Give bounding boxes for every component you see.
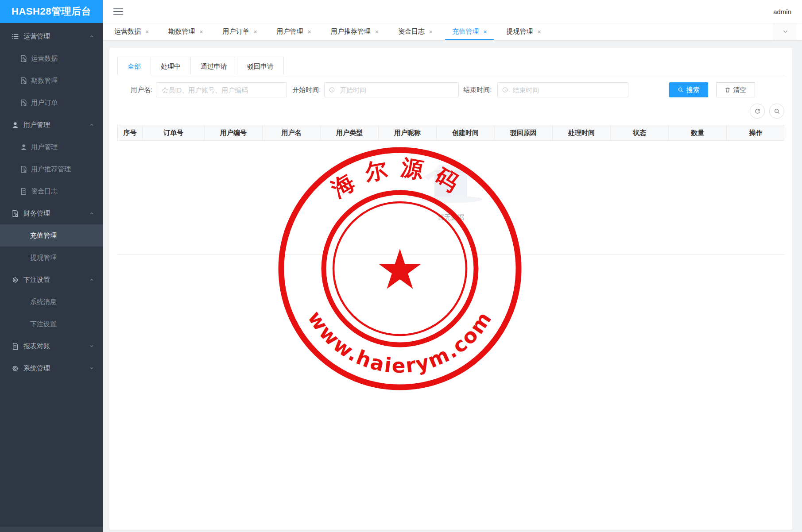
sidebar-item-0-1[interactable]: 期数管理: [0, 69, 103, 92]
sidebar-group-label: 报表对账: [23, 342, 89, 351]
start-time-input[interactable]: [324, 82, 459, 97]
refresh-icon: [754, 108, 761, 115]
tab-2[interactable]: 用户订单×: [213, 23, 267, 40]
chevron-down-icon: [89, 365, 95, 371]
tab-close-icon[interactable]: ×: [199, 29, 203, 35]
app-root: HASH28管理后台 运营管理运营数据期数管理用户订单用户管理用户管理用户推荐管…: [0, 0, 802, 532]
column-header-9: 状态: [611, 125, 669, 140]
sidebar-item-3-0[interactable]: 系统消息: [0, 291, 103, 313]
sidebar-item-1-1[interactable]: 用户推荐管理: [0, 158, 103, 180]
column-header-10: 数量: [669, 125, 727, 140]
sidebar-item-2-1[interactable]: 提现管理: [0, 247, 103, 269]
tab-6[interactable]: 充值管理×: [442, 23, 496, 40]
column-header-11: 操作: [727, 125, 785, 140]
sidebar-item-1-0[interactable]: 用户管理: [0, 136, 103, 158]
tab-label: 用户订单: [222, 27, 249, 36]
tab-close-icon[interactable]: ×: [308, 29, 311, 35]
column-header-5: 用户昵称: [379, 125, 437, 140]
start-time-field: [324, 82, 459, 97]
content-card: 全部处理中通过申请驳回申请 用户名: 开始时间: 结束时间:: [109, 48, 792, 530]
subtab-2[interactable]: 通过申请: [190, 57, 237, 75]
file-gear-icon: [20, 77, 27, 85]
tab-close-icon[interactable]: ×: [537, 29, 541, 35]
sidebar-item-3-1[interactable]: 下注设置: [0, 313, 103, 335]
sidebar-group-label: 用户管理: [23, 121, 89, 129]
content-area: 全部处理中通过申请驳回申请 用户名: 开始时间: 结束时间:: [103, 40, 802, 532]
tab-close-icon[interactable]: ×: [375, 29, 379, 35]
username-label: 用户名:: [131, 86, 152, 94]
sidebar-item-1-2[interactable]: 资金日志: [0, 180, 103, 202]
tab-5[interactable]: 资金日志×: [388, 23, 442, 40]
tab-close-icon[interactable]: ×: [483, 29, 487, 35]
tabbar: 运营数据×期数管理×用户订单×用户管理×用户推荐管理×资金日志×充值管理×提现管…: [103, 23, 802, 40]
tab-label: 提现管理: [506, 27, 533, 36]
sidebar-item-label: 充值管理: [30, 231, 57, 240]
username-input[interactable]: [156, 82, 287, 97]
sidebar-group-4[interactable]: 报表对账: [0, 335, 103, 357]
column-header-4: 用户类型: [321, 125, 379, 140]
sidebar-group-2[interactable]: 财务管理: [0, 202, 103, 224]
tab-7[interactable]: 提现管理×: [496, 23, 550, 40]
file-gear-icon: [12, 210, 19, 217]
sidebar-item-label: 下注设置: [30, 320, 57, 328]
tab-label: 用户管理: [277, 27, 303, 36]
sidebar-group-label: 下注设置: [23, 276, 89, 284]
sidebar-item-2-0[interactable]: 充值管理: [0, 224, 103, 247]
sidebar-footer: [0, 527, 103, 532]
clock-icon: [329, 87, 335, 93]
column-header-7: 驳回原因: [495, 125, 553, 140]
user-menu[interactable]: admin: [773, 8, 791, 15]
column-search-button[interactable]: [769, 104, 784, 119]
tab-overflow-button[interactable]: [774, 23, 797, 40]
list-icon: [12, 33, 19, 40]
topbar: admin: [103, 0, 802, 23]
subtab-0[interactable]: 全部: [117, 57, 151, 75]
tab-close-icon[interactable]: ×: [429, 29, 433, 35]
sidebar-item-label: 用户订单: [31, 99, 58, 107]
chevron-down-icon: [782, 28, 789, 35]
column-header-2: 用户编号: [205, 125, 263, 140]
clock-icon: [502, 87, 508, 93]
sidebar-item-0-0[interactable]: 运营数据: [0, 47, 103, 69]
search-icon: [774, 108, 780, 115]
search-button-label: 搜索: [686, 86, 700, 94]
subtab-1[interactable]: 处理中: [151, 57, 191, 75]
sidebar-group-1[interactable]: 用户管理: [0, 114, 103, 136]
tab-label: 资金日志: [398, 27, 425, 36]
tab-1[interactable]: 期数管理×: [159, 23, 213, 40]
sidebar-item-label: 资金日志: [31, 187, 58, 196]
sidebar-group-0[interactable]: 运营管理: [0, 25, 103, 47]
tab-label: 用户推荐管理: [331, 27, 371, 36]
sidebar-item-0-2[interactable]: 用户订单: [0, 92, 103, 114]
refresh-button[interactable]: [750, 104, 765, 119]
empty-text: 暂无数据: [438, 213, 464, 222]
file-gear-icon: [20, 99, 27, 107]
clear-button[interactable]: 清空: [716, 82, 755, 97]
hamburger-menu-icon[interactable]: [113, 8, 123, 15]
sidebar-menu: 运营管理运营数据期数管理用户订单用户管理用户管理用户推荐管理资金日志财务管理充值…: [0, 23, 103, 379]
gear-icon: [12, 365, 19, 372]
subtab-3[interactable]: 驳回申请: [237, 57, 284, 75]
column-header-8: 处理时间: [553, 125, 611, 140]
sidebar-item-label: 期数管理: [31, 77, 58, 85]
user-icon: [20, 143, 27, 151]
chevron-up-icon: [89, 33, 95, 39]
sidebar-group-3[interactable]: 下注设置: [0, 269, 103, 291]
tab-close-icon[interactable]: ×: [145, 29, 149, 35]
sidebar-group-label: 财务管理: [23, 209, 89, 218]
chevron-up-icon: [89, 277, 95, 283]
tab-close-icon[interactable]: ×: [253, 29, 257, 35]
sidebar-group-5[interactable]: 系统管理: [0, 357, 103, 379]
trash-icon: [725, 87, 731, 93]
tab-0[interactable]: 运营数据×: [105, 23, 159, 40]
tab-label: 运营数据: [114, 27, 141, 36]
table-toolbar: [117, 104, 784, 119]
column-header-6: 创建时间: [437, 125, 495, 140]
end-time-input[interactable]: [497, 82, 628, 97]
gear-icon: [12, 276, 19, 284]
sidebar-group-label: 运营管理: [23, 32, 89, 41]
column-header-0: 序号: [118, 125, 143, 140]
tab-3[interactable]: 用户管理×: [267, 23, 321, 40]
tab-4[interactable]: 用户推荐管理×: [321, 23, 388, 40]
search-button[interactable]: 搜索: [669, 82, 708, 97]
